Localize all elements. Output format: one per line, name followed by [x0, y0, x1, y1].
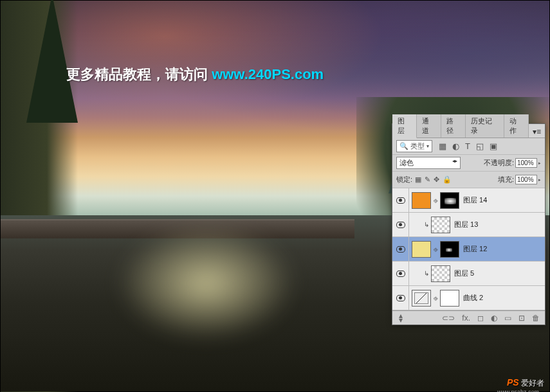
layer-item[interactable]: ↳ 图层 5 [392, 262, 545, 286]
visibility-toggle[interactable] [392, 286, 409, 310]
panel-footer: ▴▾ ⊂⊃ fx. ◻ ◐ ▭ ⊡ 🗑 [392, 310, 545, 325]
panel-tabs: 图层 通道 路径 历史记录 动作 ▾≡ [392, 124, 545, 138]
layer-name[interactable]: 图层 13 [454, 220, 478, 229]
watermark-text: 更多精品教程，请访问 www.240PS.com [66, 65, 324, 84]
fx-icon[interactable]: fx. [462, 314, 470, 323]
lock-label: 锁定: [396, 175, 412, 184]
chevron-down-icon: ▾ [426, 143, 429, 149]
layer-thumbnail[interactable] [431, 217, 450, 233]
lock-all-icon[interactable]: 🔒 [443, 175, 452, 184]
tab-history[interactable]: 历史记录 [466, 114, 504, 138]
mask-thumbnail[interactable] [440, 290, 459, 307]
type-filter-label: 类型 [410, 141, 425, 151]
filter-adjustment-icon[interactable]: ◐ [452, 141, 459, 151]
layer-name[interactable]: 图层 12 [463, 244, 487, 254]
blend-mode-value: 滤色 [399, 158, 414, 168]
panel-menu-icon[interactable]: ▾≡ [529, 126, 545, 138]
logo-prefix: PS [507, 377, 519, 388]
link-icon: ⎆ [432, 197, 439, 204]
filter-type-icon[interactable]: T [465, 141, 470, 151]
lock-transparent-icon[interactable]: ▦ [415, 175, 421, 184]
new-layer-icon[interactable]: ⊡ [518, 314, 525, 323]
eye-icon [396, 197, 405, 204]
blend-mode-dropdown[interactable]: 滤色 ◂▸ [396, 157, 461, 169]
light-glow [116, 226, 297, 341]
layer-name[interactable]: 图层 14 [463, 195, 487, 205]
clip-indicator-icon: ↳ [423, 221, 430, 228]
eye-icon [396, 295, 405, 301]
visibility-toggle[interactable] [392, 213, 409, 236]
filter-icons: ▦ ◐ T ◱ ▣ [439, 141, 497, 151]
opacity-input[interactable]: 100% [515, 158, 537, 168]
add-mask-icon[interactable]: ◻ [477, 314, 484, 323]
visibility-toggle[interactable] [392, 262, 409, 285]
eye-icon [396, 271, 405, 277]
adjustment-thumbnail[interactable] [412, 290, 431, 307]
tab-paths[interactable]: 路径 [441, 114, 466, 138]
chevron-down-icon: ◂▸ [452, 158, 457, 168]
lock-row: 锁定: ▦ ✎ ✥ 🔒 填充: 100% ▸ [392, 172, 545, 188]
mask-thumbnail[interactable] [440, 241, 459, 258]
opacity-control: 不透明度: 100% ▸ [484, 158, 541, 168]
layers-panel: 图层 通道 路径 历史记录 动作 ▾≡ 🔍 类型 ▾ ▦ ◐ T ◱ ▣ [392, 123, 545, 325]
layer-item[interactable]: ⎆ 曲线 2 [392, 286, 545, 310]
watermark-label: 更多精品教程，请访问 [66, 66, 212, 82]
logo-text: 爱好者 [521, 379, 544, 388]
eye-icon [396, 246, 405, 253]
layer-list: ⎆ 图层 14 ↳ 图层 13 ⎆ [392, 188, 545, 310]
adjustment-layer-icon[interactable]: ◐ [491, 314, 497, 323]
visibility-toggle[interactable] [392, 237, 409, 261]
tab-actions[interactable]: 动作 [504, 114, 529, 138]
search-icon: 🔍 [399, 142, 408, 150]
scroll-arrows[interactable]: ▴▾ [399, 314, 403, 323]
lock-position-icon[interactable]: ✥ [434, 175, 439, 184]
fill-control: 填充: 100% ▸ [498, 175, 541, 184]
tab-channels[interactable]: 通道 [417, 114, 441, 138]
link-icon: ⎆ [432, 245, 439, 253]
filter-pixel-icon[interactable]: ▦ [439, 141, 446, 151]
layer-thumbnail[interactable] [431, 265, 450, 282]
filter-row: 🔍 类型 ▾ ▦ ◐ T ◱ ▣ [392, 138, 545, 155]
watermark-logo: PS 爱好者 www.psahz.com [507, 377, 544, 389]
logo-site: www.psahz.com [497, 389, 539, 392]
watermark-url: www.240PS.com [212, 66, 324, 82]
layer-thumbnail[interactable] [412, 192, 431, 209]
type-filter-dropdown[interactable]: 🔍 类型 ▾ [396, 140, 432, 152]
filter-smart-icon[interactable]: ▣ [490, 141, 497, 151]
mask-thumbnail[interactable] [440, 192, 459, 209]
image-canvas: 更多精品教程，请访问 www.240PS.com PS 爱好者 www.psah… [0, 0, 550, 392]
tab-layers[interactable]: 图层 [392, 114, 417, 138]
visibility-toggle[interactable] [392, 188, 409, 212]
opacity-label: 不透明度: [484, 158, 514, 168]
fill-input[interactable]: 100% [515, 175, 537, 184]
lock-pixels-icon[interactable]: ✎ [425, 175, 430, 184]
blend-row: 滤色 ◂▸ 不透明度: 100% ▸ [392, 155, 545, 172]
new-group-icon[interactable]: ▭ [504, 314, 511, 323]
lock-icons: ▦ ✎ ✥ 🔒 [415, 175, 452, 184]
delete-layer-icon[interactable]: 🗑 [532, 314, 540, 323]
opacity-caret-icon[interactable]: ▸ [538, 161, 541, 166]
link-layers-icon[interactable]: ⊂⊃ [442, 314, 455, 323]
layer-item-selected[interactable]: ⎆ 图层 12 [392, 237, 545, 262]
eye-icon [396, 222, 405, 228]
link-icon: ⎆ [432, 294, 439, 302]
layer-item[interactable]: ⎆ 图层 14 [392, 188, 545, 213]
fill-caret-icon[interactable]: ▸ [538, 177, 541, 183]
layer-name[interactable]: 图层 5 [454, 269, 474, 278]
layer-thumbnail[interactable] [412, 241, 431, 258]
clip-indicator-icon: ↳ [423, 270, 430, 277]
layer-item[interactable]: ↳ 图层 13 [392, 213, 545, 237]
filter-shape-icon[interactable]: ◱ [476, 141, 484, 151]
fill-label: 填充: [498, 175, 514, 184]
layer-name[interactable]: 曲线 2 [463, 293, 483, 303]
